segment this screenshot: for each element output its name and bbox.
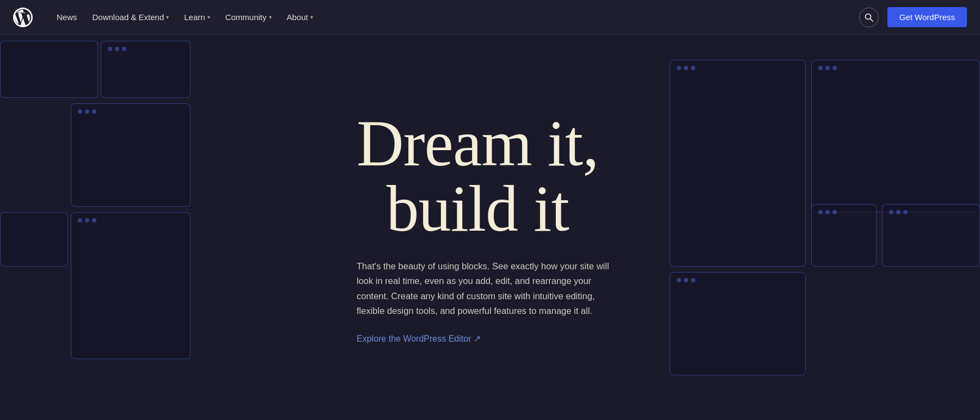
nav-item-community[interactable]: Community ▾ xyxy=(219,8,278,26)
get-wordpress-button[interactable]: Get WordPress xyxy=(887,7,967,27)
hero-content: Dream it, build it That's the beauty of … xyxy=(0,35,980,420)
search-button[interactable] xyxy=(859,8,879,27)
nav-links: News Download & Extend ▾ Learn ▾ Communi… xyxy=(50,8,859,26)
chevron-down-icon: ▾ xyxy=(269,14,272,20)
chevron-down-icon: ▾ xyxy=(207,14,210,20)
chevron-down-icon: ▾ xyxy=(166,14,169,20)
nav-right: Get WordPress xyxy=(859,7,967,27)
wordpress-logo[interactable] xyxy=(13,8,33,27)
explore-editor-link[interactable]: Explore the WordPress Editor ↗ xyxy=(357,333,481,344)
hero-background: Dream it, build it That's the beauty of … xyxy=(0,0,980,420)
main-nav: News Download & Extend ▾ Learn ▾ Communi… xyxy=(0,0,980,35)
nav-item-learn[interactable]: Learn ▾ xyxy=(177,8,216,26)
svg-line-1 xyxy=(870,18,873,21)
nav-item-download[interactable]: Download & Extend ▾ xyxy=(86,8,176,26)
hero-title: Dream it, build it xyxy=(357,111,598,242)
chevron-down-icon: ▾ xyxy=(310,14,313,20)
search-icon xyxy=(865,13,873,22)
hero-subtitle: That's the beauty of using blocks. See e… xyxy=(357,259,618,318)
nav-item-news[interactable]: News xyxy=(50,8,84,26)
nav-item-about[interactable]: About ▾ xyxy=(280,8,320,26)
